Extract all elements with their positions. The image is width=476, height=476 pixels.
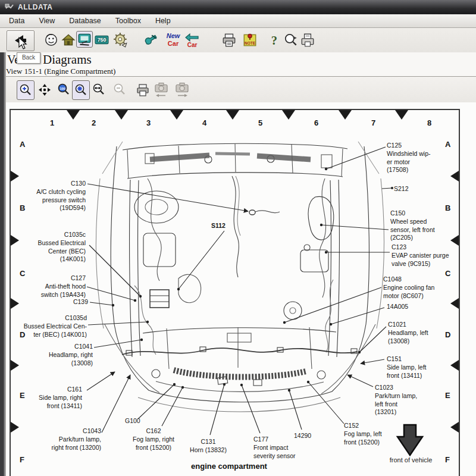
notes-icon[interactable]: NOTE xyxy=(242,32,258,48)
menu-database[interactable]: Database xyxy=(64,15,107,26)
back-tooltip: Back xyxy=(17,52,40,64)
estimate-icon[interactable]: 750 xyxy=(94,32,109,48)
diagnostics-icon[interactable] xyxy=(76,31,93,48)
zoom-extents-button[interactable] xyxy=(90,80,107,99)
zoom-in-button[interactable] xyxy=(17,80,35,100)
grid-row-b-right: B xyxy=(445,203,450,212)
grid-marker-right xyxy=(450,422,459,433)
grid-row-f-left: F xyxy=(20,455,24,464)
mouse-cursor xyxy=(17,37,28,50)
grid-marker-left xyxy=(11,422,19,433)
customer-icon[interactable] xyxy=(43,32,59,48)
grid-row-d-left: D xyxy=(20,330,25,339)
view-title: View 151-1 (Engine Compartment) xyxy=(6,67,115,76)
grid-row-a-left: A xyxy=(20,140,25,149)
window-left-edge xyxy=(0,52,6,476)
print-icon[interactable] xyxy=(221,32,237,48)
grid-row-e-right: E xyxy=(445,391,450,400)
page-title: Diagrams xyxy=(43,52,92,67)
next-image-button-disabled xyxy=(174,80,190,99)
grid-marker-top xyxy=(226,110,239,120)
parts-gear-icon[interactable] xyxy=(113,32,129,48)
header-row: Ve Diagrams View 151-1 (Engine Compartme… xyxy=(6,52,476,76)
search-icon[interactable] xyxy=(283,32,299,48)
grid-marker-left xyxy=(11,171,19,181)
grid-marker-right xyxy=(450,298,459,309)
diagram-toolbar: 100 xyxy=(6,76,476,104)
zoom-out-button-disabled xyxy=(111,80,128,99)
grid-col-8: 8 xyxy=(427,118,431,127)
grid-marker-left xyxy=(11,298,19,309)
grid-col-5: 5 xyxy=(258,118,262,127)
grid-col-7: 7 xyxy=(371,118,375,127)
grid-marker-top xyxy=(115,110,128,120)
page-border-left xyxy=(10,109,11,476)
grid-row-b-left: B xyxy=(20,203,25,212)
menu-data[interactable]: Data xyxy=(4,15,30,26)
print-diagram-button[interactable] xyxy=(134,80,151,99)
pan-button[interactable] xyxy=(36,80,53,99)
zoom-100-button[interactable]: 100 xyxy=(55,80,72,99)
grid-row-d-right: D xyxy=(445,330,450,339)
car-label: Car xyxy=(187,42,198,48)
new-car-line1: New xyxy=(167,32,181,39)
grid-marker-right xyxy=(450,235,459,246)
grid-col-2: 2 xyxy=(92,118,96,127)
grid-row-f-right: F xyxy=(445,455,450,464)
repair-hand-icon[interactable] xyxy=(143,32,158,48)
zoom-100-label: 100 xyxy=(60,86,65,90)
grid-col-1: 1 xyxy=(50,118,54,127)
diagram-page[interactable] xyxy=(6,102,476,476)
grid-marker-left xyxy=(11,235,19,246)
note-label: NOTE xyxy=(245,41,256,45)
grid-marker-top xyxy=(339,110,352,120)
app-icon[interactable] xyxy=(5,3,14,11)
new-car-line2: Car xyxy=(168,40,179,47)
page-border-right xyxy=(459,109,460,476)
grid-row-c-right: C xyxy=(445,269,450,278)
estimate-label: 750 xyxy=(98,37,107,43)
menu-view[interactable]: View xyxy=(33,15,60,26)
fax-icon[interactable] xyxy=(300,32,315,48)
help-icon[interactable]: ? xyxy=(267,32,282,48)
grid-row-c-left: C xyxy=(20,269,25,278)
grid-marker-right xyxy=(450,360,459,371)
home-icon[interactable] xyxy=(61,32,76,48)
main-toolbar: 750 NewCar Car NOTE ? xyxy=(0,28,476,54)
grid-marker-right xyxy=(450,171,459,181)
window-title: ALLDATA xyxy=(18,3,52,11)
zoom-window-button[interactable] xyxy=(72,80,90,100)
menu-help[interactable]: Help xyxy=(150,15,176,26)
grid-col-4: 4 xyxy=(202,118,206,127)
grid-marker-left xyxy=(11,360,19,371)
grid-row-a-right: A xyxy=(445,140,450,149)
new-car-icon[interactable]: NewCar xyxy=(164,32,180,47)
grid-col-3: 3 xyxy=(146,118,151,127)
grid-col-6: 6 xyxy=(314,118,318,127)
grid-marker-top xyxy=(170,110,183,120)
menu-toolbox[interactable]: Toolbox xyxy=(110,15,146,26)
help-label: ? xyxy=(271,34,277,47)
grid-row-e-left: E xyxy=(20,391,25,400)
select-car-icon[interactable]: Car xyxy=(183,32,199,47)
grid-marker-top xyxy=(67,110,80,120)
previous-image-button-disabled xyxy=(153,80,170,99)
menu-bar: Data View Database Toolbox Help xyxy=(0,14,476,28)
grid-marker-top xyxy=(395,110,408,120)
grid-marker-top xyxy=(282,110,295,120)
title-bar: ALLDATA xyxy=(0,0,476,14)
